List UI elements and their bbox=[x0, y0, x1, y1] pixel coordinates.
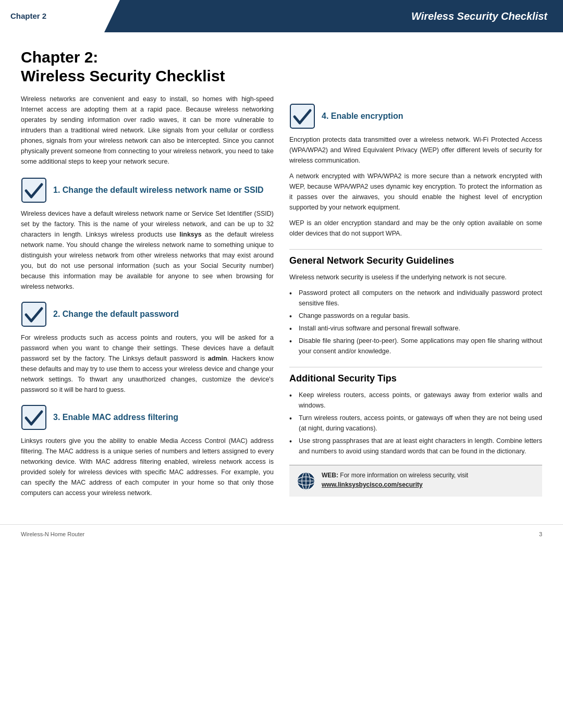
chapter-title-line1: Chapter 2: bbox=[21, 48, 542, 67]
general-security-bullets: Password protect all computers on the ne… bbox=[289, 288, 542, 356]
web-info-main-text: For more information on wireless securit… bbox=[340, 472, 468, 479]
section1-body: Wireless devices have a default wireless… bbox=[21, 208, 274, 292]
chapter-title-line2: Wireless Security Checklist bbox=[21, 67, 225, 84]
page-footer: Wireless-N Home Router 3 bbox=[0, 524, 563, 544]
section3-body: Linksys routers give you the ability to … bbox=[21, 436, 274, 498]
chapter-title: Chapter 2: Wireless Security Checklist bbox=[21, 48, 542, 85]
list-item: Change passwords on a regular basis. bbox=[289, 311, 542, 321]
section2-body: For wireless products such as access poi… bbox=[21, 332, 274, 395]
section4-body1: Encryption protects data transmitted ove… bbox=[289, 134, 542, 166]
globe-icon bbox=[296, 471, 316, 491]
header-chapter: Chapter 2 bbox=[0, 0, 104, 32]
section2-checkbox-icon bbox=[21, 301, 47, 327]
section4-title: Enable encryption bbox=[331, 112, 403, 120]
section2-number: 2. bbox=[53, 310, 60, 318]
section3-number: 3. bbox=[53, 413, 60, 422]
section3-checkbox-icon bbox=[21, 404, 47, 430]
footer-right: 3 bbox=[539, 530, 542, 539]
web-info-box: WEB: For more information on wireless se… bbox=[289, 465, 542, 497]
section2-title: Change the default password bbox=[63, 310, 179, 318]
list-item: Disable file sharing (peer-to-peer). Som… bbox=[289, 336, 542, 356]
list-item: Use strong passphrases that are at least… bbox=[289, 436, 542, 456]
general-security-intro: Wireless network security is useless if … bbox=[289, 272, 542, 282]
additional-tips-bullets: Keep wireless routers, access points, or… bbox=[289, 390, 542, 456]
section4-number: 4. bbox=[322, 112, 328, 120]
list-item: Password protect all computers on the ne… bbox=[289, 288, 542, 309]
section2-heading: 2. Change the default password bbox=[21, 301, 274, 327]
section1-heading: 1. Change the default wireless network n… bbox=[21, 177, 274, 203]
section2-heading-text: 2. Change the default password bbox=[53, 309, 179, 320]
list-item: Install anti-virus software and personal… bbox=[289, 323, 542, 334]
two-column-layout: Wireless networks are convenient and eas… bbox=[21, 94, 542, 503]
header-chapter-label: Chapter 2 bbox=[10, 10, 46, 22]
section3-title: Enable MAC address filtering bbox=[63, 413, 178, 422]
additional-tips-title: Additional Security Tips bbox=[289, 367, 542, 386]
column-left: Wireless networks are convenient and eas… bbox=[21, 94, 274, 503]
section1-checkbox-icon bbox=[21, 177, 47, 203]
web-info-text: WEB: For more information on wireless se… bbox=[322, 471, 536, 489]
section1-number: 1. bbox=[53, 186, 60, 194]
list-item: Turn wireless routers, access points, or… bbox=[289, 413, 542, 434]
section4-body2: A network encrypted with WPA/WPA2 is mor… bbox=[289, 171, 542, 213]
header-title: Wireless Security Checklist bbox=[104, 0, 563, 32]
footer-left: Wireless-N Home Router bbox=[21, 530, 84, 539]
section4-heading: 4. Enable encryption bbox=[289, 103, 542, 129]
section3-heading: 3. Enable MAC address filtering bbox=[21, 404, 274, 430]
section1-title: Change the default wireless network name… bbox=[63, 186, 264, 194]
section4-body3: WEP is an older encryption standard and … bbox=[289, 218, 542, 239]
header-bar: Chapter 2 Wireless Security Checklist bbox=[0, 0, 563, 32]
section2-bold-word: admin bbox=[208, 355, 227, 362]
section1-bold-word: linksys bbox=[179, 231, 201, 238]
section4-checkbox-icon bbox=[289, 103, 315, 129]
general-security-title: General Network Security Guidelines bbox=[289, 249, 542, 268]
section4-heading-text: 4. Enable encryption bbox=[322, 111, 403, 122]
web-label: WEB: bbox=[322, 472, 338, 479]
column-right: 4. Enable encryption Encryption protects… bbox=[289, 94, 542, 503]
page-content: Chapter 2: Wireless Security Checklist W… bbox=[0, 32, 563, 524]
intro-paragraph: Wireless networks are convenient and eas… bbox=[21, 94, 274, 167]
list-item: Keep wireless routers, access points, or… bbox=[289, 390, 542, 411]
section1-heading-text: 1. Change the default wireless network n… bbox=[53, 185, 264, 196]
section3-heading-text: 3. Enable MAC address filtering bbox=[53, 412, 178, 423]
web-url: www.linksysbycisco.com/security bbox=[322, 481, 423, 488]
header-title-text: Wireless Security Checklist bbox=[411, 8, 547, 24]
